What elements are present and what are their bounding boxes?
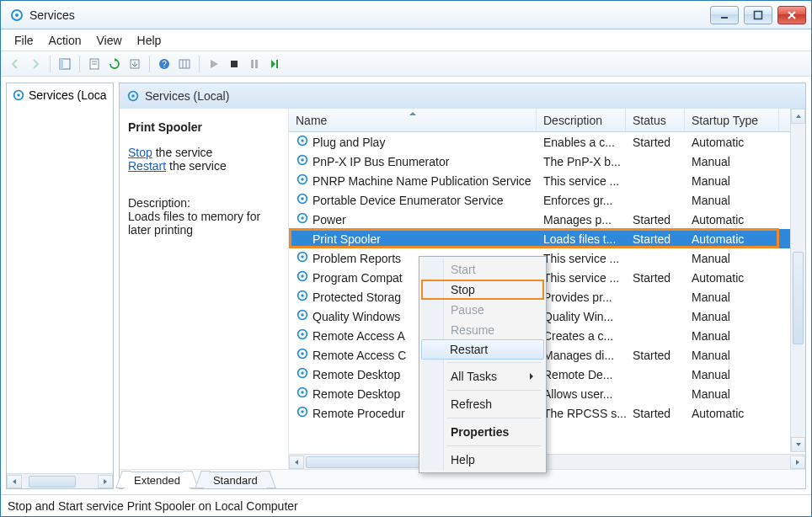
svg-rect-15 xyxy=(231,61,238,67)
service-row[interactable]: Remote Access ACreates a c...Manual xyxy=(289,326,805,345)
service-startup: Manual xyxy=(685,329,779,343)
properties-button[interactable] xyxy=(85,55,104,73)
service-description: Manages p... xyxy=(537,213,626,227)
svg-rect-18 xyxy=(276,60,278,68)
restart-service-button[interactable] xyxy=(265,55,284,73)
service-description: The PnP-X b... xyxy=(537,155,626,168)
status-bar: Stop and Start service Print Spooler on … xyxy=(1,494,811,516)
menu-help[interactable]: Help xyxy=(131,32,168,49)
service-description: Enables a c... xyxy=(537,136,626,149)
service-status: Started xyxy=(626,136,685,149)
app-icon xyxy=(9,8,24,23)
back-button[interactable] xyxy=(6,55,24,73)
service-name: Print Spooler xyxy=(313,232,381,246)
service-icon xyxy=(296,308,309,324)
ctx-pause: Pause xyxy=(422,300,543,320)
service-description: This service ... xyxy=(537,174,626,188)
col-startup-type[interactable]: Startup Type xyxy=(685,109,779,131)
stop-service-button[interactable] xyxy=(225,55,243,73)
help-button[interactable]: ? xyxy=(155,55,174,73)
service-name: Remote Procedur xyxy=(313,407,405,420)
ctx-restart[interactable]: Restart xyxy=(421,339,544,360)
service-name: Remote Desktop xyxy=(313,368,400,381)
col-name[interactable]: Name xyxy=(289,109,537,131)
ctx-all-tasks[interactable]: All Tasks xyxy=(422,366,543,386)
service-icon xyxy=(296,211,309,227)
menu-action[interactable]: Action xyxy=(42,32,88,49)
service-startup: Manual xyxy=(685,349,779,362)
service-list: Name Description Status Startup Type Plu… xyxy=(288,109,805,469)
service-row[interactable]: PowerManages p...StartedAutomatic xyxy=(289,210,805,229)
service-status: Started xyxy=(626,271,685,285)
service-row[interactable]: Plug and PlayEnables a c...StartedAutoma… xyxy=(289,132,805,152)
close-button[interactable] xyxy=(777,6,806,24)
minimize-button[interactable] xyxy=(710,6,739,24)
export-button[interactable] xyxy=(126,55,144,73)
service-startup: Manual xyxy=(685,194,779,207)
tab-standard[interactable]: Standard xyxy=(202,472,269,488)
service-icon xyxy=(296,366,309,382)
service-startup: Manual xyxy=(685,387,779,401)
svg-point-44 xyxy=(301,333,304,336)
svg-point-26 xyxy=(301,158,304,162)
service-row[interactable]: Program CompatThis service ...StartedAut… xyxy=(289,268,805,287)
tree-h-scrollbar[interactable] xyxy=(7,473,113,488)
column-headers: Name Description Status Startup Type xyxy=(289,109,805,132)
service-row[interactable]: Protected StoragProvides pr...Manual xyxy=(289,287,805,306)
list-h-scrollbar[interactable] xyxy=(289,454,805,469)
svg-point-52 xyxy=(301,410,304,413)
service-row[interactable]: Quality WindowsQuality Win...Manual xyxy=(289,306,805,326)
maximize-button[interactable] xyxy=(744,6,772,24)
columns-button[interactable] xyxy=(175,55,194,73)
service-name: Power xyxy=(313,213,346,227)
refresh-button[interactable] xyxy=(105,55,124,73)
service-name: Protected Storag xyxy=(313,290,401,304)
pane-header: Services (Local) xyxy=(120,83,805,109)
service-name: Problem Reports xyxy=(313,252,401,265)
menu-view[interactable]: View xyxy=(89,32,128,49)
menu-file[interactable]: File xyxy=(8,32,40,49)
stop-link[interactable]: Stop xyxy=(128,146,152,159)
ctx-stop[interactable]: Stop xyxy=(422,280,543,300)
svg-point-48 xyxy=(301,371,304,375)
service-row[interactable]: PnP-X IP Bus EnumeratorThe PnP-X b...Man… xyxy=(289,152,805,171)
service-name: PnP-X IP Bus Enumerator xyxy=(313,155,449,168)
restart-link[interactable]: Restart xyxy=(128,159,166,173)
service-icon xyxy=(296,386,309,402)
ctx-properties[interactable]: Properties xyxy=(422,422,543,442)
service-row[interactable]: Print SpoolerLoads files t...StartedAuto… xyxy=(289,229,805,248)
tab-extended[interactable]: Extended xyxy=(123,472,191,489)
service-row[interactable]: Portable Device Enumerator ServiceEnforc… xyxy=(289,190,805,210)
service-icon xyxy=(296,289,309,305)
service-icon xyxy=(296,134,309,150)
col-description[interactable]: Description xyxy=(537,109,626,131)
forward-button[interactable] xyxy=(26,55,45,73)
col-status[interactable]: Status xyxy=(626,109,685,131)
svg-point-20 xyxy=(17,93,20,97)
service-description: Manages di... xyxy=(537,349,626,362)
ctx-refresh[interactable]: Refresh xyxy=(422,394,543,414)
service-startup: Manual xyxy=(685,310,779,323)
show-hide-tree-button[interactable] xyxy=(56,55,74,73)
ctx-help[interactable]: Help xyxy=(422,450,543,470)
service-name: Quality Windows xyxy=(313,310,400,323)
selected-service-name: Print Spooler xyxy=(128,120,280,134)
svg-rect-3 xyxy=(755,11,762,19)
tree-root-node[interactable]: Services (Loca xyxy=(10,87,110,104)
service-row[interactable]: Remote Access CManages di...StartedManua… xyxy=(289,345,805,365)
service-row[interactable]: PNRP Machine Name Publication ServiceThi… xyxy=(289,171,805,190)
service-row[interactable]: Problem ReportsThis service ...Manual xyxy=(289,248,805,268)
pause-service-button[interactable] xyxy=(245,55,264,73)
service-startup: Manual xyxy=(685,155,779,168)
service-startup: Automatic xyxy=(685,407,779,420)
list-v-scrollbar[interactable] xyxy=(790,109,805,452)
service-status: Started xyxy=(626,349,685,362)
service-description: This service ... xyxy=(537,252,626,265)
service-row[interactable]: Remote ProcedurThe RPCSS s...StartedAuto… xyxy=(289,403,805,423)
service-row[interactable]: Remote DesktopRemote De...Manual xyxy=(289,365,805,384)
context-menu: Start Stop Pause Resume Restart All Task… xyxy=(419,256,547,473)
start-service-button[interactable] xyxy=(205,55,223,73)
service-row[interactable]: Remote DesktopAllows user...Manual xyxy=(289,384,805,403)
service-name: Remote Access C xyxy=(313,349,406,362)
svg-point-40 xyxy=(301,294,304,297)
